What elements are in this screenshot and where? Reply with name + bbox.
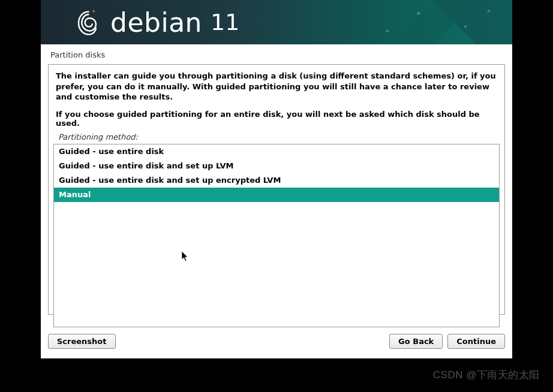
continue-button[interactable]: Continue [447,334,505,349]
go-back-button[interactable]: Go Back [389,334,443,349]
installer-window: debian 11 Partition disks The installer … [41,0,512,358]
partitioning-options-list: Guided - use entire disk Guided - use en… [53,144,500,327]
debian-swirl-icon [77,8,100,37]
brand-name: debian [110,7,202,38]
intro-paragraph-2: If you choose guided partitioning for an… [52,110,501,132]
brand-version: 11 [211,9,239,35]
header-banner: debian 11 [41,0,512,44]
option-manual[interactable]: Manual [54,188,499,202]
page-title: Partition disks [41,44,512,64]
footer-right-group: Go Back Continue [389,334,505,349]
screenshot-button[interactable]: Screenshot [48,334,116,349]
footer-buttons: Screenshot Go Back Continue [41,315,512,355]
content-frame: The installer can guide you through part… [48,64,505,315]
option-guided-encrypted-lvm[interactable]: Guided - use entire disk and set up encr… [54,173,499,188]
svg-point-0 [92,10,95,13]
option-guided-entire-disk[interactable]: Guided - use entire disk [54,144,499,159]
option-guided-lvm[interactable]: Guided - use entire disk and set up LVM [54,159,499,173]
partitioning-method-label: Partitioning method: [52,132,501,144]
watermark-text: CSDN @下雨天的太阳 [433,368,540,382]
intro-paragraph-1: The installer can guide you through part… [52,71,501,110]
